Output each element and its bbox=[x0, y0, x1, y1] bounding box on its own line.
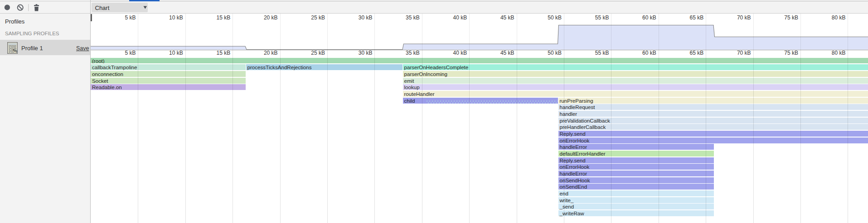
svg-text:%: % bbox=[13, 48, 18, 53]
